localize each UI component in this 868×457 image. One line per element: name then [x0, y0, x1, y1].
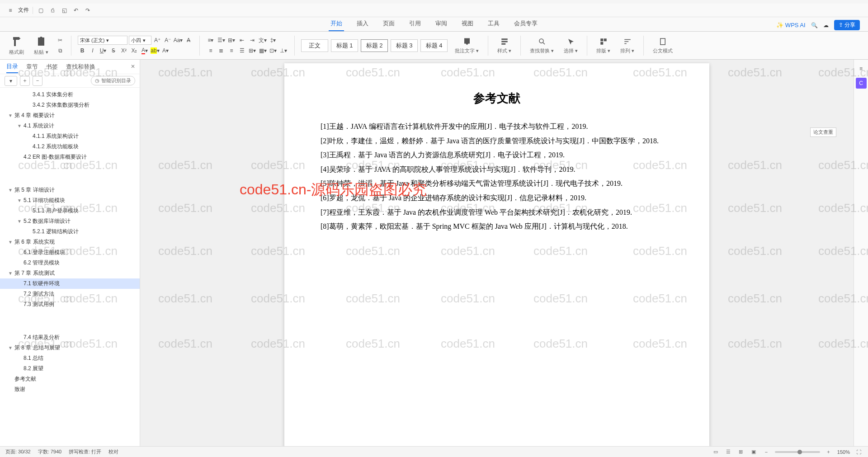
status-words[interactable]: 字数: 7940: [38, 448, 62, 455]
toc-item[interactable]: ▼第 7 章 系统测试: [0, 268, 140, 278]
align-center-icon[interactable]: ≣: [217, 46, 226, 55]
side-tab-findreplace[interactable]: 查找和替换: [66, 61, 95, 73]
toc-item[interactable]: 3.4.1 实体集分析: [0, 90, 140, 100]
toc-item[interactable]: ▼第 4 章 概要设计: [0, 110, 140, 121]
style-body[interactable]: 正文: [301, 39, 328, 52]
tab-start[interactable]: 开始: [329, 17, 344, 31]
align-right-icon[interactable]: ≡: [227, 46, 236, 55]
view-web-icon[interactable]: ⊞: [737, 448, 745, 456]
tab-view[interactable]: 视图: [460, 17, 475, 31]
style-heading4[interactable]: 标题 4: [420, 39, 448, 52]
strike-icon[interactable]: S̶: [109, 46, 118, 55]
toc-item[interactable]: ▼第 5 章 详细设计: [0, 185, 140, 195]
toc-item[interactable]: 6.1 登录注册模块: [0, 247, 140, 258]
doc-mode-button[interactable]: [657, 37, 669, 47]
find-replace-button[interactable]: [536, 37, 548, 47]
sort-button[interactable]: [622, 37, 633, 47]
zoom-slider[interactable]: [775, 451, 820, 453]
close-icon[interactable]: ✕: [131, 63, 135, 70]
toc-item[interactable]: 3.4.2 实体集数据项分析: [0, 100, 140, 110]
style-heading3[interactable]: 标题 3: [391, 39, 418, 52]
document-canvas[interactable]: 参考文献 [1]王越．JAVA 编程语言在计算机软件开发中的应用[J]．电子技术…: [140, 60, 854, 446]
increase-font-icon[interactable]: A⁺: [153, 36, 162, 45]
tab-member[interactable]: 会员专享: [512, 17, 539, 31]
smart-toc-button[interactable]: ◷ 智能识别目录: [91, 76, 135, 85]
side-tab-toc[interactable]: 目录: [6, 61, 18, 73]
paper-check-label[interactable]: 论文查重: [810, 127, 836, 137]
side-tab-chapters[interactable]: 章节: [26, 61, 38, 73]
toc-item[interactable]: 7.1 软硬件环境: [0, 278, 140, 289]
status-spell[interactable]: 拼写检查: 打开: [69, 448, 101, 455]
toc-item[interactable]: 7.3 测试用例: [0, 299, 140, 310]
toc-item[interactable]: 7.4 结果及分析: [0, 332, 140, 343]
view-outline-icon[interactable]: ☰: [724, 448, 732, 456]
format-painter-button[interactable]: [9, 35, 24, 48]
annotate-button[interactable]: [461, 37, 473, 47]
toc-collapse-button[interactable]: －: [33, 76, 42, 86]
borders-icon[interactable]: ⊡▾: [269, 46, 278, 55]
tab-tools[interactable]: 工具: [486, 17, 501, 31]
distribute-icon[interactable]: ⊞▾: [248, 46, 257, 55]
font-family-select[interactable]: 宋体 (正文) ▾: [78, 36, 127, 45]
print-icon[interactable]: ⎙: [48, 6, 57, 14]
toc-item[interactable]: ▼第 8 章 总结与展望: [0, 343, 140, 353]
toc-item[interactable]: 6.2 管理员模块: [0, 258, 140, 268]
toc-item[interactable]: 5.2.1 逻辑结构设计: [0, 226, 140, 237]
wps-ai-button[interactable]: ✨ WPS AI: [776, 22, 805, 28]
toc-level-dropdown[interactable]: ▾: [5, 76, 17, 86]
status-page[interactable]: 页面: 30/32: [5, 448, 31, 455]
select-button[interactable]: [565, 37, 577, 47]
toc-item[interactable]: 4.1.1 系统架构设计: [0, 131, 140, 141]
char-border-icon[interactable]: A▾: [161, 46, 170, 55]
toc-item[interactable]: 致谢: [0, 384, 140, 395]
status-proof[interactable]: 校对: [108, 448, 118, 455]
preview-icon[interactable]: ◱: [60, 6, 68, 14]
view-page-icon[interactable]: ▭: [712, 448, 720, 456]
rail-collapse-icon[interactable]: ≡: [856, 63, 867, 74]
multilevel-icon[interactable]: ⊞▾: [227, 36, 236, 45]
bold-icon[interactable]: B: [78, 46, 87, 55]
toc-item[interactable]: 参考文献: [0, 374, 140, 384]
tab-review[interactable]: 审阅: [434, 17, 449, 31]
shading-icon[interactable]: ▦▾: [258, 46, 267, 55]
copy-icon[interactable]: ⧉: [56, 46, 65, 55]
toc-item[interactable]: 8.1 总结: [0, 353, 140, 363]
zoom-level[interactable]: 150%: [837, 449, 850, 455]
search-icon[interactable]: 🔍: [811, 22, 818, 28]
tab-page[interactable]: 页面: [381, 17, 396, 31]
save-icon[interactable]: ▢: [37, 6, 45, 14]
redo-icon[interactable]: ↷: [84, 6, 92, 14]
tab-reference[interactable]: 引用: [407, 17, 423, 31]
fit-icon[interactable]: ⛶: [854, 448, 863, 456]
clear-format-icon[interactable]: A̶: [184, 36, 193, 45]
tabs-icon[interactable]: ⊥▾: [279, 46, 288, 55]
subscript-icon[interactable]: X₂: [130, 46, 139, 55]
style-heading1[interactable]: 标题 1: [331, 39, 358, 52]
increase-indent-icon[interactable]: ⇥: [248, 36, 257, 45]
align-justify-icon[interactable]: ☰: [237, 46, 246, 55]
font-color-icon[interactable]: A▾: [140, 46, 149, 55]
share-button[interactable]: ⇪ 分享: [834, 20, 860, 30]
toc-item[interactable]: ▼第 6 章 系统实现: [0, 237, 140, 247]
underline-icon[interactable]: U▾: [99, 46, 108, 55]
decrease-indent-icon[interactable]: ⇤: [237, 36, 246, 45]
toc-item[interactable]: ▼5.1 详细功能模块: [0, 195, 140, 206]
change-case-icon[interactable]: Aa▾: [174, 36, 183, 45]
paste-button[interactable]: [34, 35, 48, 48]
bullets-icon[interactable]: ≡▾: [206, 36, 215, 45]
zoom-out-icon[interactable]: −: [762, 448, 770, 456]
highlight-icon[interactable]: ab▾: [151, 46, 160, 55]
menu-icon[interactable]: ≡: [6, 6, 14, 14]
toc-item[interactable]: 8.2 展望: [0, 363, 140, 374]
toc-item[interactable]: ▼5.2 数据库详细设计: [0, 216, 140, 226]
toc-item[interactable]: 4.2 ER 图-数据库概要设计: [0, 152, 140, 162]
align-left-icon[interactable]: ≡: [206, 46, 215, 55]
tab-insert[interactable]: 插入: [355, 17, 370, 31]
decrease-font-icon[interactable]: A⁻: [163, 36, 172, 45]
numbering-icon[interactable]: ☰▾: [217, 36, 226, 45]
styles-pane-button[interactable]: [499, 37, 510, 47]
toc-item[interactable]: 7.2 测试方法: [0, 289, 140, 299]
arrange-button[interactable]: [598, 37, 609, 47]
rail-paper-check-icon[interactable]: C: [856, 78, 867, 89]
italic-icon[interactable]: I: [88, 46, 97, 55]
